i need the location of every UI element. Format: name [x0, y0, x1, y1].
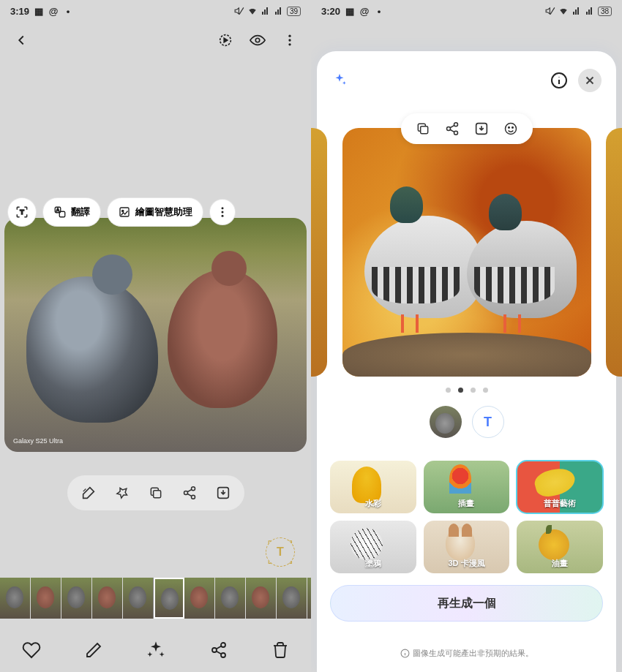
share-button[interactable] [173, 478, 206, 507]
svg-point-42 [508, 127, 509, 129]
more-button[interactable] [282, 32, 298, 48]
share-nav-button[interactable] [210, 641, 228, 659]
image-icon: ▦ [34, 6, 44, 16]
generated-image[interactable] [342, 128, 591, 377]
notification-dot-icon: • [374, 6, 384, 16]
status-bar: 3:20 ▦ @ • 38 [311, 0, 622, 22]
carousel-peek-next[interactable] [606, 128, 622, 377]
screen-ai-generate: 3:20 ▦ @ • 38 [311, 0, 622, 672]
svg-point-3 [255, 38, 260, 42]
svg-point-14 [222, 211, 224, 214]
mute-icon [234, 6, 244, 16]
download-button[interactable] [206, 478, 240, 507]
save-result-button[interactable] [467, 114, 496, 143]
translate-chip[interactable]: A 翻譯 [42, 197, 101, 227]
motion-photo-button[interactable] [217, 32, 233, 48]
style-grid: 水彩 插畫 普普藝術 塗鴉 3D 卡漫風 油畫 [311, 461, 622, 573]
main-photo[interactable]: Galaxy S25 Ultra [4, 218, 307, 452]
svg-point-37 [454, 131, 457, 135]
svg-point-23 [221, 643, 225, 647]
edit-button[interactable] [85, 641, 102, 659]
ai-chips-row: T A 翻譯 繪圖智慧助理 [0, 197, 311, 227]
svg-rect-34 [420, 127, 427, 134]
thumbnail[interactable] [61, 578, 92, 619]
generated-subject [364, 186, 482, 333]
svg-point-19 [191, 495, 195, 499]
info-icon [400, 649, 410, 658]
favorite-button[interactable] [22, 641, 41, 660]
style-watercolor[interactable]: 水彩 [330, 461, 416, 513]
remaster-button[interactable] [72, 478, 105, 507]
thumbnail[interactable] [31, 578, 61, 619]
pin-button[interactable] [105, 478, 139, 507]
svg-point-35 [454, 123, 457, 127]
photo-subject [26, 276, 158, 423]
info-button[interactable] [550, 72, 568, 89]
text-extract-button[interactable]: T [7, 197, 37, 227]
translate-label: 翻譯 [71, 205, 90, 219]
status-time: 3:19 [10, 6, 29, 17]
photo-subject [168, 269, 277, 408]
thumbnail[interactable] [0, 578, 31, 619]
thumbnail-strip[interactable] [0, 578, 311, 619]
pager-dot-active[interactable] [458, 388, 463, 393]
svg-point-6 [288, 43, 291, 45]
svg-line-27 [217, 652, 222, 654]
source-image-mode[interactable] [430, 406, 462, 438]
svg-line-20 [187, 489, 192, 491]
result-toolbar [401, 113, 533, 144]
thumbnail-active[interactable] [154, 578, 184, 619]
thumbnail[interactable] [184, 578, 215, 619]
drawing-assist-chip[interactable]: 繪圖智慧助理 [107, 197, 203, 227]
svg-line-0 [239, 7, 244, 14]
svg-point-24 [212, 648, 217, 652]
screen-gallery-detail: 3:19 ▦ @ • 39 [0, 0, 311, 672]
pager-dot[interactable] [471, 388, 476, 393]
style-oil-painting[interactable]: 油畫 [517, 521, 603, 573]
thumbnail[interactable] [92, 578, 123, 619]
svg-point-43 [512, 127, 513, 129]
pager-dot[interactable] [483, 388, 488, 393]
thumbnail[interactable] [277, 578, 307, 619]
svg-point-12 [122, 210, 124, 211]
chips-more-button[interactable] [209, 199, 236, 225]
back-button[interactable] [13, 32, 29, 48]
thumbnail[interactable] [246, 578, 277, 619]
delete-button[interactable] [271, 641, 289, 659]
close-button[interactable] [578, 69, 602, 92]
generated-subject [467, 194, 577, 333]
photo-watermark: Galaxy S25 Ultra [13, 437, 63, 445]
signal-icon [261, 6, 271, 16]
svg-point-4 [288, 35, 291, 37]
ai-enhance-button[interactable] [146, 640, 166, 660]
copy-button[interactable] [139, 478, 173, 507]
svg-rect-16 [153, 491, 160, 498]
pager-dot[interactable] [446, 388, 451, 393]
svg-line-39 [450, 129, 454, 132]
style-illustration[interactable]: 插畫 [424, 461, 510, 513]
style-sketch[interactable]: 塗鴉 [330, 521, 416, 573]
svg-marker-2 [224, 38, 228, 42]
svg-point-36 [446, 127, 450, 131]
text-prompt-mode[interactable]: T [472, 406, 504, 438]
status-bar: 3:19 ▦ @ • 39 [0, 0, 311, 22]
carousel-peek-prev[interactable] [311, 128, 327, 377]
text-scan-badge[interactable]: ⌜ ⌝ ⌞ ⌟ T [266, 537, 295, 567]
status-time: 3:20 [321, 6, 340, 17]
signal-icon [572, 6, 582, 16]
share-result-button[interactable] [438, 114, 467, 143]
svg-line-21 [187, 494, 192, 496]
emoji-result-button[interactable] [496, 114, 525, 143]
style-3d-cartoon[interactable]: 3D 卡漫風 [424, 521, 510, 573]
visibility-button[interactable] [250, 32, 266, 48]
thumbnail[interactable] [123, 578, 154, 619]
battery-level: 39 [287, 7, 301, 16]
regenerate-button[interactable]: 再生成一個 [330, 585, 603, 622]
wifi-icon [247, 6, 258, 16]
thumbnail[interactable] [215, 578, 246, 619]
disclaimer-text: 圖像生成可能產出非預期的結果。 [311, 648, 622, 659]
svg-point-18 [184, 491, 187, 495]
image-icon: ▦ [345, 6, 355, 16]
style-pop-art[interactable]: 普普藝術 [517, 461, 603, 513]
copy-result-button[interactable] [408, 114, 438, 143]
